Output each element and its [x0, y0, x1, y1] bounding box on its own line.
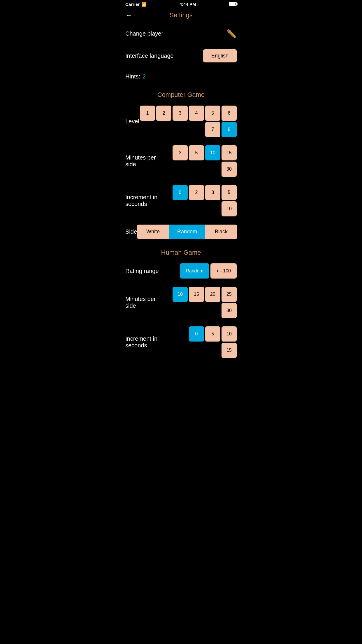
- rating-range-btn-group: Random + - 100: [180, 263, 237, 279]
- rating-range-btn-random[interactable]: Random: [180, 263, 209, 279]
- edit-icon[interactable]: ✏️: [226, 29, 237, 38]
- human-minutes-btn-15[interactable]: 15: [189, 287, 204, 302]
- rating-range-btn-100[interactable]: + - 100: [210, 263, 237, 279]
- change-player-label: Change player: [125, 30, 163, 37]
- human-minutes-btn-10[interactable]: 10: [173, 287, 188, 302]
- computer-increment-btn-3[interactable]: 3: [205, 185, 220, 200]
- level-btn-5[interactable]: 5: [205, 106, 220, 121]
- computer-minutes-label: Minutes per side: [125, 154, 164, 168]
- level-btn-4[interactable]: 4: [189, 106, 204, 121]
- computer-increment-btn-0[interactable]: 0: [173, 185, 188, 200]
- side-btn-group: White Random Black: [137, 225, 237, 239]
- computer-minutes-btn-5[interactable]: 5: [189, 145, 204, 160]
- battery-icon: [229, 2, 237, 7]
- level-btn-3[interactable]: 3: [173, 106, 188, 121]
- computer-game-title: Computer Game: [125, 85, 237, 102]
- human-increment-btn-5[interactable]: 5: [205, 326, 220, 342]
- level-btn-8[interactable]: 8: [222, 122, 237, 137]
- human-minutes-btn-30[interactable]: 30: [222, 303, 237, 318]
- computer-increment-row: Increment in seconds 0 2 3 5 10: [125, 181, 237, 220]
- computer-minutes-btn-3[interactable]: 3: [173, 145, 188, 160]
- computer-increment-btn-2[interactable]: 2: [189, 185, 204, 200]
- side-btn-random[interactable]: Random: [169, 225, 205, 239]
- computer-minutes-btn-group: 3 5 10 15 30: [164, 145, 237, 177]
- interface-language-label: Interface language: [125, 52, 174, 59]
- human-increment-row: Increment in seconds 0 5 10 15: [125, 322, 237, 362]
- computer-minutes-btn-15[interactable]: 15: [222, 145, 237, 160]
- computer-increment-label: Increment in seconds: [125, 194, 171, 207]
- human-minutes-btn-25[interactable]: 25: [222, 287, 237, 302]
- computer-minutes-btn-30[interactable]: 30: [222, 162, 237, 177]
- human-increment-btn-10[interactable]: 10: [222, 326, 237, 342]
- human-increment-btn-0[interactable]: 0: [189, 326, 204, 342]
- content-area: Change player ✏️ Interface language Engl…: [121, 24, 241, 362]
- level-label: Level: [125, 118, 139, 125]
- computer-increment-btn-5[interactable]: 5: [222, 185, 237, 200]
- computer-minutes-row: Minutes per side 3 5 10 15 30: [125, 141, 237, 181]
- side-row: Side White Random Black: [125, 220, 237, 243]
- time-label: 4:44 PM: [180, 2, 196, 7]
- level-btn-1[interactable]: 1: [140, 106, 155, 121]
- computer-increment-btn-group: 0 2 3 5 10: [171, 185, 237, 216]
- rating-range-row: Rating range Random + - 100: [125, 259, 237, 283]
- hints-label: Hints:: [125, 73, 140, 80]
- side-label: Side: [125, 228, 137, 235]
- interface-language-row: Interface language English: [125, 44, 237, 68]
- change-player-row: Change player ✏️: [125, 24, 237, 44]
- level-btn-7[interactable]: 7: [205, 122, 220, 137]
- carrier-label: Carrier: [125, 2, 140, 7]
- human-minutes-label: Minutes per side: [125, 296, 164, 309]
- language-button[interactable]: English: [203, 49, 237, 62]
- human-increment-label: Increment in seconds: [125, 335, 177, 349]
- level-btn-group: 1 2 3 4 5 6 7 8: [139, 106, 237, 137]
- rating-range-label: Rating range: [125, 268, 159, 274]
- human-minutes-btn-20[interactable]: 20: [205, 287, 220, 302]
- status-bar: Carrier 📶 4:44 PM: [121, 0, 241, 8]
- nav-bar: ← Settings: [121, 8, 241, 24]
- computer-increment-btn-10[interactable]: 10: [222, 201, 237, 216]
- side-btn-white[interactable]: White: [137, 225, 169, 239]
- back-button[interactable]: ←: [125, 11, 132, 19]
- human-increment-btn-group: 0 5 10 15: [177, 326, 237, 358]
- side-btn-black[interactable]: Black: [205, 225, 237, 239]
- human-increment-btn-15[interactable]: 15: [222, 343, 237, 358]
- page-title: Settings: [169, 11, 193, 19]
- hints-row: Hints: 2: [125, 68, 237, 85]
- human-minutes-row: Minutes per side 10 15 20 25 30: [125, 283, 237, 322]
- level-btn-6[interactable]: 6: [222, 106, 237, 121]
- computer-minutes-btn-10[interactable]: 10: [205, 145, 220, 160]
- human-minutes-btn-group: 10 15 20 25 30: [164, 287, 237, 318]
- human-game-title: Human Game: [125, 243, 237, 259]
- level-btn-2[interactable]: 2: [156, 106, 171, 121]
- hints-value: 2: [143, 73, 146, 80]
- level-row: Level 1 2 3 4 5 6 7 8: [125, 102, 237, 141]
- wifi-icon: 📶: [141, 2, 146, 7]
